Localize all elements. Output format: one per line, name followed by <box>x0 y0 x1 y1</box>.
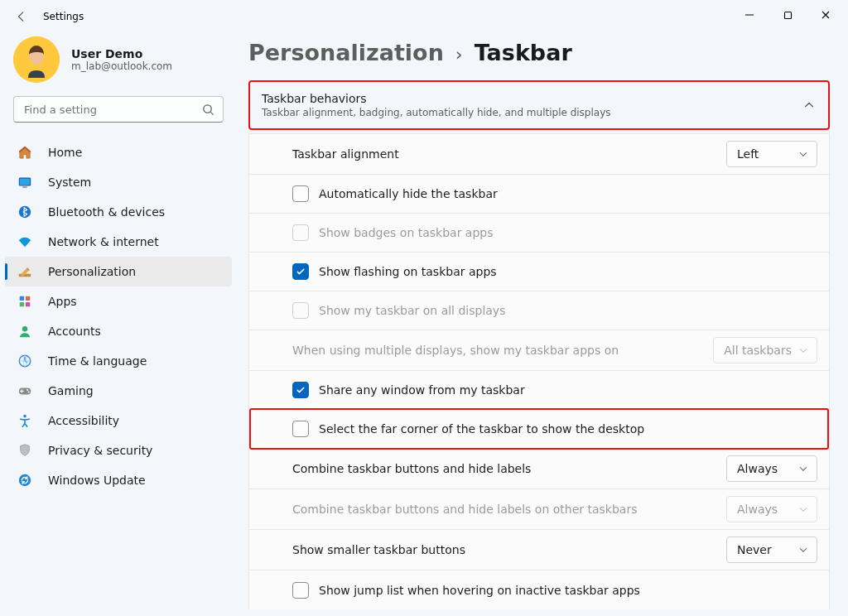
svg-point-18 <box>28 391 30 392</box>
sidebar-item-label: Time & language <box>48 354 147 368</box>
chevron-down-icon <box>798 345 808 355</box>
search-icon <box>202 103 214 116</box>
row-label: Combine taskbar buttons and hide labels … <box>292 503 637 516</box>
breadcrumb-parent[interactable]: Personalization <box>248 40 444 65</box>
row-share-window[interactable]: Share any window from my taskbar <box>248 371 830 410</box>
sidebar-item-bluetooth[interactable]: Bluetooth & devices <box>5 197 232 227</box>
row-show-flashing[interactable]: Show flashing on taskbar apps <box>248 253 830 291</box>
row-label: Taskbar alignment <box>292 147 399 161</box>
svg-point-17 <box>26 389 28 391</box>
apps-icon <box>17 293 33 310</box>
row-combine-other: Combine taskbar buttons and hide labels … <box>248 489 830 530</box>
row-show-badges: Show badges on taskbar apps <box>248 214 830 253</box>
row-label: When using multiple displays, show my ta… <box>292 344 619 357</box>
svg-rect-11 <box>26 296 30 301</box>
chevron-down-icon <box>798 545 808 555</box>
row-label: Share any window from my taskbar <box>319 383 525 397</box>
combine-other-select: Always <box>726 496 817 522</box>
network-icon <box>17 233 33 250</box>
row-label: Combine taskbar buttons and hide labels <box>292 462 531 475</box>
row-multi-display-apps: When using multiple displays, show my ta… <box>248 330 830 371</box>
row-label: Show flashing on taskbar apps <box>319 265 497 278</box>
smaller-buttons-select[interactable]: Never <box>726 537 817 563</box>
expander-title: Taskbar behaviors <box>262 92 611 105</box>
far-corner-checkbox[interactable] <box>292 421 309 437</box>
row-show-all-displays: Show my taskbar on all displays <box>248 291 830 330</box>
svg-rect-12 <box>20 302 24 306</box>
sidebar-item-label: Accessibility <box>48 414 119 427</box>
svg-rect-7 <box>22 186 26 187</box>
sidebar-nav: Home System Bluetooth & devices Network … <box>0 132 237 495</box>
sidebar-item-label: Personalization <box>48 265 136 278</box>
auto-hide-checkbox[interactable] <box>292 185 309 202</box>
system-icon <box>17 174 33 190</box>
privacy-icon <box>17 442 33 459</box>
minimize-button[interactable] <box>730 2 768 28</box>
svg-point-3 <box>204 104 211 112</box>
select-value: Always <box>737 462 778 475</box>
settings-rows: Taskbar alignment Left Automatically hid… <box>248 133 830 609</box>
taskbar-alignment-select[interactable]: Left <box>726 141 817 167</box>
sidebar-item-label: Privacy & security <box>48 444 152 457</box>
sidebar-item-accounts[interactable]: Accounts <box>5 316 232 346</box>
sidebar-item-label: Accounts <box>48 325 101 338</box>
chevron-down-icon <box>798 504 808 514</box>
sidebar-item-network[interactable]: Network & internet <box>5 227 232 257</box>
taskbar-behaviors-expander[interactable]: Taskbar behaviors Taskbar alignment, bad… <box>248 80 830 130</box>
chevron-up-icon <box>803 99 815 111</box>
avatar <box>13 36 60 83</box>
row-combine-buttons: Combine taskbar buttons and hide labels … <box>248 449 830 489</box>
user-email: m_lab@outlook.com <box>71 60 172 72</box>
sidebar-item-home[interactable]: Home <box>5 137 232 167</box>
expander-subtitle: Taskbar alignment, badging, automaticall… <box>262 107 611 118</box>
sidebar-item-personalization[interactable]: Personalization <box>5 257 232 286</box>
svg-rect-13 <box>26 302 30 306</box>
all-displays-checkbox <box>292 302 309 319</box>
sidebar-item-label: Home <box>48 146 82 159</box>
chevron-right-icon: › <box>455 44 463 65</box>
breadcrumb: Personalization › Taskbar <box>248 40 830 65</box>
accounts-icon <box>17 323 33 339</box>
svg-rect-6 <box>20 179 30 185</box>
jump-list-checkbox[interactable] <box>292 582 309 599</box>
back-button[interactable] <box>13 8 30 25</box>
row-label: Show badges on taskbar apps <box>319 226 494 239</box>
svg-rect-1 <box>784 12 791 18</box>
row-auto-hide[interactable]: Automatically hide the taskbar <box>248 175 830 214</box>
show-flashing-checkbox[interactable] <box>292 263 309 280</box>
combine-buttons-select[interactable]: Always <box>726 455 817 482</box>
sidebar-item-system[interactable]: System <box>5 167 232 197</box>
sidebar-item-time-language[interactable]: Time & language <box>5 346 232 376</box>
user-info[interactable]: User Demo m_lab@outlook.com <box>0 33 237 89</box>
sidebar-item-label: Gaming <box>48 384 94 397</box>
share-window-checkbox[interactable] <box>292 382 309 398</box>
select-value: Always <box>737 503 778 516</box>
row-label: Show my taskbar on all displays <box>319 304 505 317</box>
close-button[interactable] <box>807 2 845 28</box>
search-input[interactable] <box>22 103 202 117</box>
maximize-button[interactable] <box>768 2 807 28</box>
sidebar-item-gaming[interactable]: Gaming <box>5 376 232 406</box>
time-language-icon <box>17 353 33 369</box>
sidebar-item-label: System <box>48 176 91 189</box>
multi-display-select: All taskbars <box>713 337 817 363</box>
select-value: Left <box>737 147 759 161</box>
select-value: Never <box>737 543 772 556</box>
row-far-corner-desktop[interactable]: Select the far corner of the taskbar to … <box>248 410 830 449</box>
svg-point-14 <box>22 326 27 331</box>
chevron-down-icon <box>798 149 808 159</box>
svg-point-20 <box>19 474 31 486</box>
personalization-icon <box>17 263 33 280</box>
search-field[interactable] <box>13 96 224 123</box>
row-jump-list[interactable]: Show jump list when hovering on inactive… <box>248 570 830 609</box>
sidebar-item-privacy[interactable]: Privacy & security <box>5 436 232 465</box>
svg-line-4 <box>210 112 213 114</box>
user-name: User Demo <box>71 47 172 60</box>
row-label: Show smaller taskbar buttons <box>292 543 465 556</box>
sidebar-item-accessibility[interactable]: Accessibility <box>5 406 232 436</box>
row-label: Select the far corner of the taskbar to … <box>319 422 644 436</box>
sidebar-item-apps[interactable]: Apps <box>5 286 232 316</box>
select-value: All taskbars <box>724 344 792 357</box>
sidebar-item-update[interactable]: Windows Update <box>5 465 232 495</box>
title-bar: Settings <box>0 0 848 33</box>
